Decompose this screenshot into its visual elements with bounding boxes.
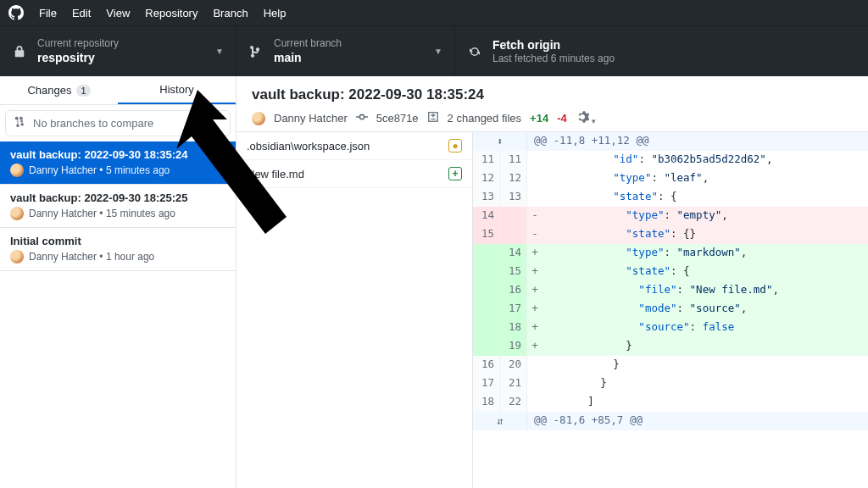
code-line: "file": "New file.md", <box>542 281 868 300</box>
gear-icon[interactable]: ▾ <box>576 110 597 126</box>
line-number-new: 14 <box>500 244 527 263</box>
line-number-old <box>473 300 500 319</box>
diff-row: 15 + "state": { <box>473 263 868 281</box>
line-number-new: 17 <box>500 300 527 319</box>
file-row[interactable]: New file.md + <box>236 160 472 188</box>
fetch-button[interactable]: Fetch origin Last fetched 6 minutes ago <box>455 26 868 76</box>
branch-label: Current branch <box>274 37 342 51</box>
toolbar: Current repository respositry ▼ Current … <box>0 25 868 76</box>
diff-row: 14 + "type": "markdown", <box>473 244 868 263</box>
expand-hunk-icon[interactable]: ⇵ <box>473 412 527 430</box>
diff-sign: + <box>527 300 542 319</box>
tab-history[interactable]: History <box>118 76 236 104</box>
changed-files-label[interactable]: 2 changed files <box>448 112 521 125</box>
repo-name: respositry <box>37 50 119 65</box>
diff-icon <box>427 111 439 125</box>
repo-label: Current repository <box>37 37 119 51</box>
diff-view[interactable]: ⬍@@ -11,8 +11,12 @@11 11 "id": "b3062b5a… <box>473 132 868 488</box>
repo-selector[interactable]: Current repository respositry ▼ <box>0 26 236 76</box>
menu-file[interactable]: File <box>39 7 57 19</box>
code-line: "state": {} <box>542 225 868 244</box>
menu-repository[interactable]: Repository <box>145 7 198 19</box>
fetch-label: Fetch origin <box>492 37 615 53</box>
file-name: New file.md <box>247 168 304 180</box>
diff-sign: + <box>527 337 542 356</box>
line-number-new <box>500 207 527 225</box>
line-number-old <box>473 244 500 263</box>
branch-compare-selector[interactable]: No branches to compare <box>5 110 231 136</box>
diff-row: 18 22 ] <box>473 393 868 412</box>
expand-hunk-icon[interactable]: ⬍ <box>473 132 527 151</box>
line-number-new: 19 <box>500 337 527 356</box>
tab-changes[interactable]: Changes 1 <box>0 76 118 104</box>
hunk-header: @@ -81,6 +85,7 @@ <box>527 412 868 430</box>
code-line: } <box>542 356 868 374</box>
line-number-new: 22 <box>500 393 527 412</box>
code-line: ] <box>542 393 868 412</box>
menu-view[interactable]: View <box>106 7 130 19</box>
diff-sign <box>527 151 542 169</box>
code-line: "type": "leaf", <box>542 169 868 188</box>
diff-row: ⇵@@ -81,6 +85,7 @@ <box>473 412 868 430</box>
commit-item[interactable]: vault backup: 2022-09-30 18:35:24 Danny … <box>0 141 236 185</box>
code-line: "state": { <box>542 263 868 281</box>
code-line: "state": { <box>542 188 868 207</box>
line-number-old: 18 <box>473 393 500 412</box>
code-line: "source": false <box>542 319 868 337</box>
diff-row: 13 13 "state": { <box>473 188 868 207</box>
commit-header: vault backup: 2022-09-30 18:35:24 Danny … <box>236 76 868 132</box>
code-line: } <box>542 337 868 356</box>
line-number-old: 16 <box>473 356 500 374</box>
code-line: "mode": "source", <box>542 300 868 319</box>
fetch-detail: Last fetched 6 minutes ago <box>492 53 615 66</box>
diff-sign <box>527 188 542 207</box>
commit-item[interactable]: Initial commit Danny Hatcher • 1 hour ag… <box>0 228 236 271</box>
menu-help[interactable]: Help <box>264 7 287 19</box>
commit-sha-icon <box>356 111 368 125</box>
chevron-down-icon: ▼ <box>215 47 224 56</box>
diff-row: 15 - "state": {} <box>473 225 868 244</box>
github-logo-icon <box>8 5 24 20</box>
menu-edit[interactable]: Edit <box>72 7 91 19</box>
diff-sign <box>527 393 542 412</box>
commit-item-title: vault backup: 2022-09-30 18:35:24 <box>10 148 225 161</box>
file-name: .obsidian\workspace.json <box>247 140 370 152</box>
commit-item-author: Danny Hatcher • 15 minutes ago <box>29 208 175 219</box>
commit-detail: vault backup: 2022-09-30 18:35:24 Danny … <box>236 76 868 488</box>
diff-row: 11 11 "id": "b3062b5ad5d22d62", <box>473 151 868 169</box>
diff-sign: + <box>527 244 542 263</box>
commit-item[interactable]: vault backup: 2022-09-30 18:25:25 Danny … <box>0 185 236 228</box>
menu-branch[interactable]: Branch <box>213 7 248 19</box>
line-number-old: 13 <box>473 188 500 207</box>
insertions-count: +14 <box>530 112 548 125</box>
line-number-old <box>473 263 500 281</box>
avatar <box>10 207 24 220</box>
code-line: "id": "b3062b5ad5d22d62", <box>542 151 868 169</box>
diff-sign: - <box>527 225 542 244</box>
diff-row: 17 21 } <box>473 374 868 393</box>
line-number-new: 20 <box>500 356 527 374</box>
avatar <box>10 164 24 177</box>
git-branch-icon <box>248 45 264 58</box>
branch-selector[interactable]: Current branch main ▼ <box>236 26 455 76</box>
diff-sign: + <box>527 263 542 281</box>
svg-point-0 <box>359 114 364 119</box>
sidebar-tabs: Changes 1 History <box>0 76 236 105</box>
diff-row: 16 + "file": "New file.md", <box>473 281 868 300</box>
diff-sign: + <box>527 319 542 337</box>
file-row[interactable]: .obsidian\workspace.json ● <box>236 132 472 160</box>
line-number-old <box>473 319 500 337</box>
diff-sign <box>527 356 542 374</box>
line-number-new <box>500 225 527 244</box>
diff-sign <box>527 374 542 393</box>
code-line: } <box>542 374 868 393</box>
changed-files-list: .obsidian\workspace.json ●New file.md + <box>236 132 473 488</box>
branch-name: main <box>274 50 342 65</box>
chevron-down-icon: ▼ <box>434 47 442 56</box>
changes-count-badge: 1 <box>76 85 90 97</box>
diff-row: 18 + "source": false <box>473 319 868 337</box>
line-number-old: 11 <box>473 151 500 169</box>
commit-author: Danny Hatcher <box>274 112 348 125</box>
commit-sha[interactable]: 5ce871e <box>376 112 419 125</box>
git-compare-icon <box>14 116 26 130</box>
